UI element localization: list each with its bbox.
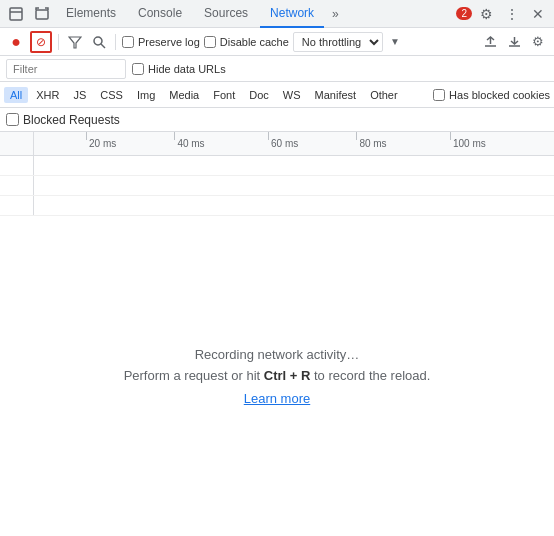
tick-60ms: 60 ms xyxy=(268,132,298,155)
download-button[interactable] xyxy=(504,32,524,52)
tick-40ms: 40 ms xyxy=(174,132,204,155)
undock-button[interactable] xyxy=(30,2,54,26)
tab-more[interactable]: » xyxy=(326,3,345,25)
search-button[interactable] xyxy=(89,32,109,52)
recording-line2: Perform a request or hit Ctrl + R to rec… xyxy=(124,368,431,383)
svg-line-5 xyxy=(101,44,105,48)
type-other[interactable]: Other xyxy=(364,87,404,103)
type-doc[interactable]: Doc xyxy=(243,87,275,103)
tick-20ms: 20 ms xyxy=(86,132,116,155)
type-all[interactable]: All xyxy=(4,87,28,103)
more-button[interactable]: ⋮ xyxy=(500,2,524,26)
preserve-log-checkbox[interactable] xyxy=(122,36,134,48)
tick-100ms: 100 ms xyxy=(450,132,486,155)
timeline-header: 20 ms 40 ms 60 ms 80 ms 100 ms xyxy=(0,132,554,156)
disable-cache-label[interactable]: Disable cache xyxy=(204,36,289,48)
svg-point-4 xyxy=(94,37,102,45)
has-blocked-cookies-checkbox[interactable] xyxy=(433,89,445,101)
hide-data-urls-checkbox[interactable] xyxy=(132,63,144,75)
record-button[interactable]: ● xyxy=(6,32,26,52)
type-css[interactable]: CSS xyxy=(94,87,129,103)
has-blocked-cookies-label[interactable]: Has blocked cookies xyxy=(433,89,550,101)
type-media[interactable]: Media xyxy=(163,87,205,103)
type-xhr[interactable]: XHR xyxy=(30,87,65,103)
dock-button[interactable] xyxy=(4,2,28,26)
tab-bar: Elements Console Sources Network » 2 ⚙ ⋮… xyxy=(0,0,554,28)
tab-elements[interactable]: Elements xyxy=(56,0,126,28)
tab-console[interactable]: Console xyxy=(128,0,192,28)
recording-area: Recording network activity… Perform a re… xyxy=(0,216,554,536)
network-settings-button[interactable]: ⚙ xyxy=(528,32,548,52)
svg-rect-2 xyxy=(36,10,48,19)
throttle-select[interactable]: No throttling xyxy=(293,32,383,52)
toolbar-divider-1 xyxy=(58,34,59,50)
throttle-arrow[interactable]: ▼ xyxy=(385,32,405,52)
timeline-ticks: 20 ms 40 ms 60 ms 80 ms 100 ms xyxy=(34,132,554,155)
hide-data-urls-label[interactable]: Hide data URLs xyxy=(132,63,226,75)
filter-toggle-button[interactable] xyxy=(65,32,85,52)
tick-80ms: 80 ms xyxy=(356,132,386,155)
filter-row: Hide data URLs xyxy=(0,56,554,82)
preserve-log-label[interactable]: Preserve log xyxy=(122,36,200,48)
tab-network[interactable]: Network xyxy=(260,0,324,28)
timeline-left-gutter xyxy=(0,132,34,155)
timeline-row-2 xyxy=(0,176,554,196)
blocked-requests-row[interactable]: Blocked Requests xyxy=(0,108,554,132)
svg-marker-3 xyxy=(69,37,81,48)
type-manifest[interactable]: Manifest xyxy=(309,87,363,103)
error-badge: 2 xyxy=(456,7,472,20)
keyboard-shortcut: Ctrl + R xyxy=(264,368,311,383)
type-font[interactable]: Font xyxy=(207,87,241,103)
network-toolbar: ● ⊘ Preserve log Disable cache No thrott… xyxy=(0,28,554,56)
learn-more-link[interactable]: Learn more xyxy=(244,391,310,406)
type-js[interactable]: JS xyxy=(67,87,92,103)
toolbar-divider-2 xyxy=(115,34,116,50)
timeline-row-3 xyxy=(0,196,554,216)
close-button[interactable]: ✕ xyxy=(526,2,550,26)
disable-cache-checkbox[interactable] xyxy=(204,36,216,48)
recording-line1: Recording network activity… xyxy=(195,347,360,362)
type-img[interactable]: Img xyxy=(131,87,161,103)
tab-sources[interactable]: Sources xyxy=(194,0,258,28)
stop-button[interactable]: ⊘ xyxy=(30,31,52,53)
settings-button[interactable]: ⚙ xyxy=(474,2,498,26)
timeline-row-1 xyxy=(0,156,554,176)
blocked-requests-checkbox[interactable] xyxy=(6,113,19,126)
filter-input[interactable] xyxy=(6,59,126,79)
type-ws[interactable]: WS xyxy=(277,87,307,103)
type-filter-row: All XHR JS CSS Img Media Font Doc WS Man… xyxy=(0,82,554,108)
upload-button[interactable] xyxy=(480,32,500,52)
svg-rect-0 xyxy=(10,8,22,20)
